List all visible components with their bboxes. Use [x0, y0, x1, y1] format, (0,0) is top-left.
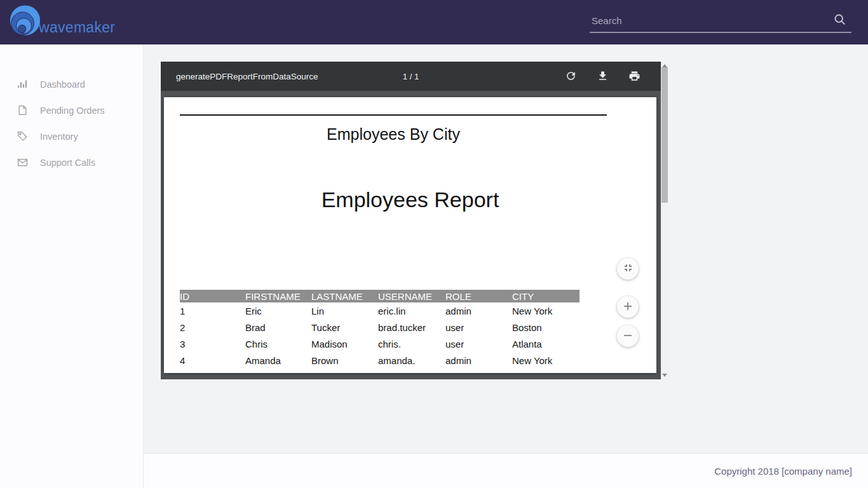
triangle-down-icon [662, 374, 667, 377]
column-header: FIRSTNAME [245, 290, 311, 302]
table-row: 3ChrisMadisonchris.userAtlanta [180, 336, 580, 352]
table-cell: eric.lin [378, 302, 445, 319]
search-input[interactable] [590, 9, 825, 32]
column-header: USERNAME [378, 290, 445, 302]
table-cell: user [445, 336, 512, 352]
table-cell: Amanda [245, 352, 311, 369]
sidebar-item-label: Support Calls [40, 158, 95, 168]
bar-chart-icon [17, 79, 28, 90]
table-cell: Madison [311, 336, 378, 352]
table-cell: Brown [311, 352, 378, 369]
sidebar-item-support-calls[interactable]: Support Calls [0, 149, 143, 175]
download-icon [597, 74, 609, 84]
brand-logo: wavemaker [8, 4, 115, 40]
sidebar-item-label: Pending Orders [40, 105, 105, 116]
table-cell: chris. [378, 336, 445, 352]
document-subtitle: Employees By City [180, 125, 607, 144]
report-table-header-row: IDFIRSTNAMELASTNAMEUSERNAMEROLECITY [180, 290, 580, 302]
table-cell: admin [445, 352, 512, 369]
column-header: LASTNAME [311, 290, 378, 302]
download-button[interactable] [596, 70, 609, 83]
column-header: CITY [512, 290, 580, 302]
print-icon [628, 74, 641, 84]
sidebar-item-dashboard[interactable]: Dashboard [0, 71, 143, 97]
page-indicator: 1 / 1 [403, 72, 419, 81]
table-cell: jane.lisa [378, 369, 445, 373]
column-header: ID [180, 290, 245, 302]
table-cell: Tucker [311, 319, 378, 336]
table-cell: 3 [180, 336, 245, 352]
pdf-page: Employees By City Employees Report IDFIR… [164, 97, 656, 373]
scrollbar-down-arrow[interactable] [661, 372, 668, 379]
plus-icon [622, 301, 634, 314]
table-cell: admin [445, 369, 512, 373]
fullscreen-exit-icon [622, 262, 634, 276]
table-cell: user [445, 319, 512, 336]
table-cell: New York [512, 302, 580, 319]
app-header: wavemaker [0, 0, 868, 44]
tag-icon [17, 131, 28, 142]
sidebar: Dashboard Pending Orders Inventory [0, 44, 144, 488]
table-cell: 5 [180, 369, 245, 373]
column-header: ROLE [445, 290, 512, 302]
table-cell: Los Angeles [512, 369, 580, 373]
table-cell: New York [512, 352, 580, 369]
envelope-icon [17, 157, 28, 168]
pdf-viewer-embed: generatePDFReportFromDataSource 1 / 1 [161, 62, 668, 379]
table-cell: Jane [245, 369, 311, 373]
table-cell: Lin [311, 302, 378, 319]
search-icon [833, 19, 847, 29]
pdf-document-title: generatePDFReportFromDataSource [176, 72, 318, 81]
table-cell: 4 [180, 352, 245, 369]
pdf-scrollbar[interactable] [661, 62, 668, 379]
table-cell: 1 [180, 302, 245, 319]
table-cell: amanda. [378, 352, 445, 369]
table-cell: Lisa [311, 369, 378, 373]
fit-to-page-button[interactable] [617, 258, 639, 280]
copyright-text: Copyright 2018 [company name] [714, 466, 852, 477]
search-field [590, 8, 851, 33]
sidebar-item-label: Dashboard [40, 79, 85, 90]
report-table: IDFIRSTNAMELASTNAMEUSERNAMEROLECITY 1Eri… [180, 290, 580, 373]
table-cell: 2 [180, 319, 245, 336]
report-table-body: 1EricLineric.linadminNew York2BradTucker… [180, 302, 580, 373]
rotate-icon [565, 74, 577, 84]
table-cell: Brad [245, 319, 311, 336]
print-button[interactable] [628, 70, 641, 83]
table-cell: admin [445, 302, 512, 319]
main-content: generatePDFReportFromDataSource 1 / 1 [144, 44, 868, 453]
table-row: 5JaneLisajane.lisaadminLos Angeles [180, 369, 580, 373]
wavemaker-logo-icon [8, 4, 42, 40]
pdf-toolbar: generatePDFReportFromDataSource 1 / 1 [161, 62, 661, 91]
table-row: 4AmandaBrownamanda.adminNew York [180, 352, 580, 369]
document-rule [180, 114, 607, 116]
table-cell: Boston [512, 319, 580, 336]
table-cell: Chris [245, 336, 311, 352]
page-footer: Copyright 2018 [company name] [144, 453, 868, 488]
sidebar-item-inventory[interactable]: Inventory [0, 123, 143, 149]
sidebar-item-pending-orders[interactable]: Pending Orders [0, 97, 143, 123]
table-cell: Atlanta [512, 336, 580, 352]
minus-icon [622, 330, 634, 343]
table-row: 1EricLineric.linadminNew York [180, 302, 580, 319]
pdf-viewer-canvas: Employees By City Employees Report IDFIR… [161, 91, 661, 379]
sidebar-item-label: Inventory [40, 132, 78, 142]
table-cell: Eric [245, 302, 311, 319]
search-button[interactable] [832, 13, 848, 28]
brand-name: wavemaker [39, 19, 115, 36]
document-icon [17, 105, 28, 116]
zoom-in-button[interactable] [617, 296, 639, 318]
scrollbar-thumb[interactable] [661, 67, 668, 203]
table-cell: brad.tucker [378, 319, 445, 336]
document-title: Employees Report [164, 187, 656, 212]
zoom-out-button[interactable] [617, 325, 639, 347]
table-row: 2BradTuckerbrad.tuckeruserBoston [180, 319, 580, 336]
rotate-button[interactable] [564, 70, 577, 83]
